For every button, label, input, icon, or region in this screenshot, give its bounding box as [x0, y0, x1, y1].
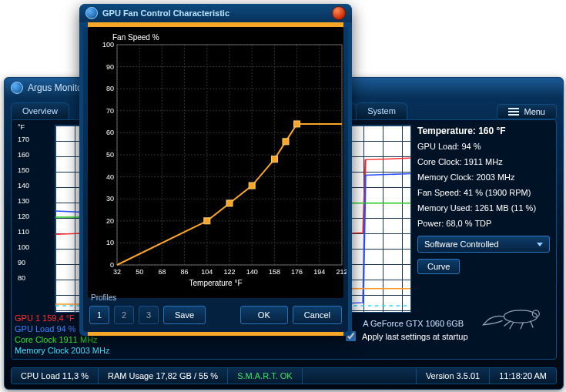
- svg-text:20: 20: [106, 217, 114, 225]
- chart-xlabel: Temperature °F: [92, 279, 339, 287]
- gpu-device-name: NVIDA GeForce GTX 1060 6GB: [343, 319, 464, 328]
- fan-curve-dialog: GPU Fan Control Characteristic Fan Speed…: [79, 4, 352, 336]
- svg-text:40: 40: [106, 173, 114, 181]
- svg-text:90: 90: [106, 63, 114, 71]
- apply-at-startup-row[interactable]: Apply last settings at startup: [343, 329, 468, 343]
- save-button[interactable]: Save: [163, 306, 206, 324]
- status-ram: RAM Usage 17,82 GB / 55 %: [99, 368, 228, 384]
- fan-curve-plot[interactable]: 0102030405060708090100325068861041221401…: [92, 42, 347, 280]
- close-icon[interactable]: [332, 6, 346, 20]
- apply-at-startup-label: Apply last settings at startup: [362, 332, 468, 341]
- svg-text:86: 86: [181, 268, 189, 276]
- legend-mem-clock: Memory Clock 2003 MHz: [15, 345, 109, 356]
- mini-axis-tick: 170: [18, 136, 29, 143]
- mini-axis-tick: 100: [18, 243, 29, 251]
- app-logo-icon: [11, 82, 23, 94]
- svg-text:30: 30: [106, 195, 114, 203]
- svg-text:70: 70: [106, 107, 114, 115]
- svg-text:176: 176: [291, 268, 303, 276]
- gpu-power: Power: 68,0 % TDP: [417, 216, 550, 231]
- profile-2-button[interactable]: 2: [114, 306, 134, 324]
- curve-handle[interactable]: [294, 121, 300, 127]
- status-time: 11:18:20 AM: [490, 368, 556, 384]
- cancel-button[interactable]: Cancel: [293, 306, 342, 324]
- svg-text:68: 68: [158, 268, 166, 276]
- svg-text:194: 194: [313, 268, 325, 276]
- fan-curve-chart: Fan Speed % 0102030405060708090100325068…: [88, 27, 343, 298]
- profiles-label: Profiles: [91, 293, 116, 302]
- status-cpu: CPU Load 11,3 %: [12, 368, 99, 384]
- status-smart: S.M.A.R.T. OK: [228, 368, 303, 384]
- tab-overview[interactable]: Overview: [11, 102, 69, 120]
- svg-text:60: 60: [106, 129, 114, 136]
- curve-handle[interactable]: [249, 183, 255, 189]
- dialog-logo-icon: [85, 7, 98, 19]
- svg-text:32: 32: [113, 268, 121, 276]
- dialog-title: GPU Fan Control Characteristic: [102, 8, 229, 18]
- status-version: Version 3.5.01: [417, 368, 490, 384]
- gpu-info-column: Temperature: 160 °F GPU Load: 94 % Core …: [417, 123, 550, 274]
- mini-axis: °F 1701601501401301201101009080: [15, 123, 53, 313]
- chart-ylabel: Fan Speed %: [112, 33, 339, 42]
- app-title: Argus Monitor: [28, 82, 85, 93]
- svg-text:212: 212: [336, 268, 347, 276]
- curve-handle[interactable]: [226, 200, 233, 206]
- gpu-core-clock: Core Clock: 1911 MHz: [417, 154, 550, 169]
- mini-axis-tick: 140: [18, 182, 29, 189]
- menu-button[interactable]: Menu: [497, 104, 557, 119]
- mini-axis-tick: 90: [18, 259, 25, 266]
- chevron-down-icon: [537, 243, 543, 246]
- curve-button[interactable]: Curve: [417, 259, 460, 274]
- ok-button[interactable]: OK: [240, 306, 288, 324]
- profile-3-button[interactable]: 3: [139, 306, 159, 324]
- lizard-logo-icon: [479, 286, 548, 333]
- curve-handle[interactable]: [204, 218, 210, 224]
- svg-text:100: 100: [102, 42, 114, 49]
- svg-text:140: 140: [246, 268, 258, 276]
- legend-core-clock: Core Clock 1911 MHz: [15, 334, 109, 345]
- mini-axis-tick: 110: [18, 228, 29, 236]
- gpu-mem-clock: Memory Clock: 2003 MHz: [417, 169, 550, 185]
- mini-axis-tick: 120: [18, 213, 29, 220]
- status-bar: CPU Load 11,3 % RAM Usage 17,82 GB / 55 …: [11, 367, 557, 384]
- profile-1-button[interactable]: 1: [89, 306, 109, 324]
- svg-text:50: 50: [106, 151, 114, 159]
- tab-system[interactable]: System: [356, 102, 407, 120]
- mini-axis-tick: 160: [18, 151, 29, 159]
- gpu-load: GPU Load: 94 %: [417, 139, 550, 154]
- dialog-titlebar[interactable]: GPU Fan Control Characteristic: [79, 4, 352, 22]
- mini-axis-tick: 150: [18, 166, 29, 174]
- gpu-temperature: Temperature: 160 °F: [417, 123, 550, 139]
- svg-text:158: 158: [269, 268, 280, 276]
- mini-axis-unit: °F: [18, 123, 25, 131]
- curve-handle[interactable]: [283, 139, 289, 145]
- svg-text:10: 10: [106, 239, 114, 246]
- gpu-fan-speed: Fan Speed: 41 % (1900 RPM): [417, 185, 550, 200]
- svg-text:104: 104: [201, 268, 213, 276]
- svg-text:80: 80: [106, 85, 114, 92]
- gpu-mem-used: Memory Used: 1261 MB (11 %): [417, 200, 550, 216]
- mini-axis-tick: 130: [18, 197, 29, 205]
- menu-label: Menu: [524, 107, 545, 116]
- svg-text:122: 122: [223, 268, 235, 276]
- curve-handle[interactable]: [271, 156, 277, 162]
- mini-axis-tick: 80: [18, 274, 25, 282]
- fan-control-mode-select[interactable]: Software Controlled: [417, 236, 550, 253]
- fan-control-mode-value: Software Controlled: [424, 236, 499, 252]
- profiles-row: Profiles 1 2 3 Save OK Cancel: [83, 301, 348, 332]
- hamburger-icon: [508, 108, 519, 116]
- svg-text:50: 50: [136, 268, 143, 276]
